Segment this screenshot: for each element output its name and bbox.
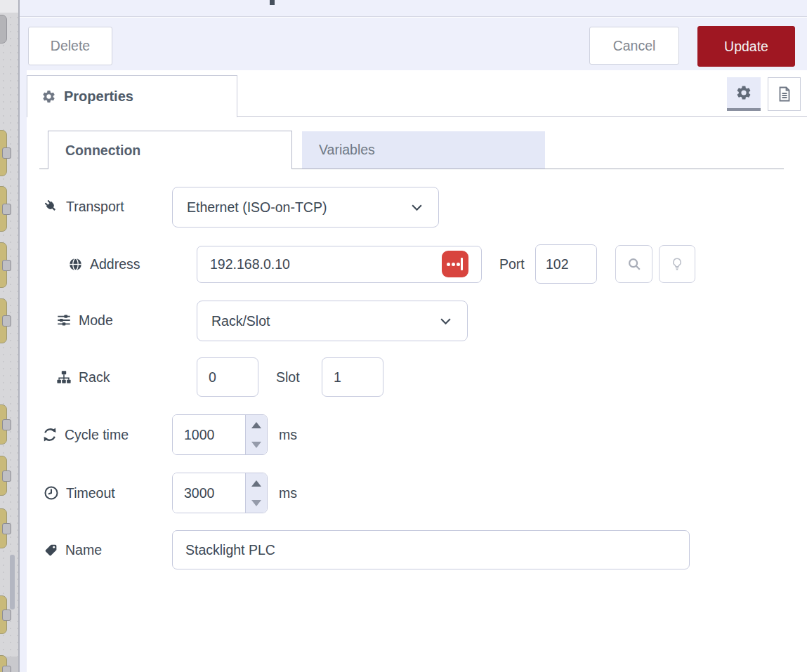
flow-node[interactable]	[0, 15, 7, 44]
tag-icon	[44, 543, 58, 558]
node-port	[2, 666, 11, 672]
name-label-text: Name	[65, 542, 102, 558]
document-icon	[776, 86, 793, 103]
mode-label: Mode	[56, 310, 113, 331]
gear-icon	[41, 89, 56, 104]
update-button[interactable]: Update	[697, 26, 795, 67]
dialog-header-strip	[20, 0, 807, 17]
rack-label: Rack	[56, 367, 110, 388]
flow-node[interactable]	[0, 130, 7, 176]
tab-variables-label: Variables	[319, 142, 375, 158]
port-label: Port	[499, 253, 525, 275]
gear-icon	[735, 84, 752, 101]
tab-connection-label: Connection	[65, 143, 140, 159]
chevron-down-icon	[440, 317, 452, 325]
node-port	[2, 260, 11, 271]
port-input[interactable]	[535, 244, 597, 284]
node-port	[2, 523, 11, 534]
transport-select[interactable]: Ethernet (ISO-on-TCP)	[172, 187, 439, 228]
timeout-input[interactable]	[173, 473, 245, 513]
timeout-label-text: Timeout	[66, 485, 115, 501]
flow-node[interactable]	[0, 186, 7, 232]
flow-node[interactable]	[0, 404, 7, 444]
password-manager-autofill-icon[interactable]	[442, 251, 468, 277]
flow-node[interactable]	[0, 298, 7, 343]
clock-icon	[44, 485, 59, 501]
timeout-label: Timeout	[44, 482, 115, 503]
cycle-time-decrement-button[interactable]	[246, 435, 267, 454]
timeout-spinner	[172, 473, 268, 513]
mode-label-text: Mode	[79, 312, 113, 329]
delete-button[interactable]: Delete	[28, 27, 112, 65]
node-port	[2, 147, 11, 159]
transport-select-value: Ethernet (ISO-on-TCP)	[187, 199, 327, 216]
timeout-unit: ms	[279, 482, 297, 503]
mode-select-value: Rack/Slot	[211, 313, 270, 329]
arrow-up-icon	[251, 422, 261, 428]
cycle-time-input[interactable]	[173, 415, 245, 454]
properties-toggle-button[interactable]	[727, 77, 761, 111]
cycle-time-spinner	[172, 414, 268, 455]
chevron-down-icon	[411, 204, 423, 211]
dialog-toolbar: Delete Cancel Update	[20, 18, 807, 70]
tab-variables[interactable]: Variables	[302, 131, 545, 169]
slot-input[interactable]	[322, 357, 383, 397]
node-port	[2, 610, 11, 621]
flow-node[interactable]	[0, 655, 7, 672]
arrow-down-icon	[251, 500, 261, 506]
refresh-icon	[42, 427, 58, 442]
tab-connection[interactable]: Connection	[48, 131, 292, 169]
timeout-increment-button[interactable]	[246, 473, 267, 493]
flow-node[interactable]	[0, 242, 7, 288]
address-label: Address	[68, 253, 140, 275]
cycle-time-unit: ms	[279, 424, 297, 445]
name-input[interactable]	[172, 530, 690, 569]
canvas-scrollbar-thumb[interactable]	[10, 555, 15, 610]
hint-button[interactable]	[659, 245, 695, 283]
flow-canvas-strip	[0, 0, 20, 672]
search-button[interactable]	[615, 245, 652, 283]
mode-select[interactable]: Rack/Slot	[197, 301, 468, 341]
panel-tab-row: Properties	[27, 70, 807, 117]
edit-form: Connection Variables Transport Ethernet …	[27, 117, 807, 672]
sliders-icon	[56, 312, 72, 328]
node-port	[2, 470, 11, 482]
slot-label: Slot	[276, 367, 300, 388]
magnifier-icon	[626, 256, 642, 272]
clipped-dialog-title	[270, 0, 275, 5]
arrow-up-icon	[251, 480, 261, 487]
lightbulb-icon	[670, 256, 684, 272]
name-label: Name	[44, 539, 102, 560]
node-port	[2, 204, 11, 215]
rack-label-text: Rack	[79, 369, 110, 386]
address-label-text: Address	[90, 256, 140, 272]
flow-node[interactable]	[0, 508, 7, 548]
node-port	[2, 419, 11, 430]
node-red-edit-dialog: Delete Cancel Update Properties Connecti…	[0, 0, 807, 672]
timeout-decrement-button[interactable]	[246, 493, 267, 513]
flow-node[interactable]	[0, 595, 7, 634]
canvas-top-strip	[0, 0, 20, 13]
sitemap-icon	[56, 369, 72, 385]
tray-resize-handle[interactable]	[20, 70, 27, 672]
globe-icon	[68, 257, 83, 272]
cycle-time-increment-button[interactable]	[246, 415, 267, 435]
cycle-time-label-text: Cycle time	[65, 427, 129, 443]
flow-node[interactable]	[0, 456, 7, 496]
rack-input[interactable]	[197, 357, 258, 397]
transport-label-text: Transport	[66, 199, 124, 215]
plug-icon	[44, 199, 59, 214]
description-toggle-button[interactable]	[768, 77, 801, 111]
properties-tab[interactable]: Properties	[27, 75, 237, 117]
cancel-button[interactable]: Cancel	[589, 27, 679, 65]
properties-tab-label: Properties	[64, 88, 133, 105]
arrow-down-icon	[251, 442, 261, 448]
transport-label: Transport	[44, 196, 124, 217]
address-input[interactable]	[197, 246, 482, 283]
cycle-time-label: Cycle time	[42, 424, 129, 445]
node-port	[2, 315, 11, 327]
